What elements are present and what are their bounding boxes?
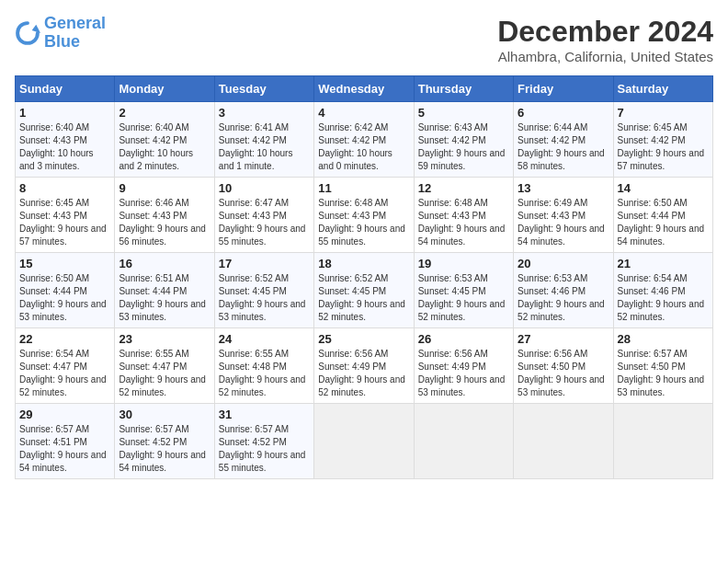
- logo: General Blue: [15, 15, 106, 52]
- day-number: 17: [219, 257, 310, 270]
- day-info: Sunrise: 6:40 AM Sunset: 4:43 PM Dayligh…: [19, 121, 110, 173]
- day-number: 14: [618, 181, 709, 195]
- logo-line2: Blue: [44, 32, 80, 51]
- day-number: 26: [418, 332, 509, 346]
- day-number: 22: [19, 332, 110, 346]
- calendar-day-cell: 6 Sunrise: 6:44 AM Sunset: 4:42 PM Dayli…: [514, 102, 613, 178]
- calendar-day-cell: 14 Sunrise: 6:50 AM Sunset: 4:44 PM Dayl…: [613, 178, 712, 253]
- calendar-day-cell: 17 Sunrise: 6:52 AM Sunset: 4:45 PM Dayl…: [214, 253, 313, 328]
- calendar-day-cell: 5 Sunrise: 6:43 AM Sunset: 4:42 PM Dayli…: [414, 102, 513, 178]
- calendar-day-cell: 18 Sunrise: 6:52 AM Sunset: 4:45 PM Dayl…: [314, 253, 414, 328]
- calendar-day-cell: 16 Sunrise: 6:51 AM Sunset: 4:44 PM Dayl…: [115, 253, 214, 328]
- day-number: 18: [318, 257, 409, 270]
- day-info: Sunrise: 6:48 AM Sunset: 4:43 PM Dayligh…: [418, 197, 509, 248]
- calendar-day-cell: 11 Sunrise: 6:48 AM Sunset: 4:43 PM Dayl…: [314, 178, 414, 253]
- day-info: Sunrise: 6:50 AM Sunset: 4:44 PM Dayligh…: [19, 272, 110, 324]
- day-number: 9: [119, 181, 210, 195]
- calendar-day-cell: 4 Sunrise: 6:42 AM Sunset: 4:42 PM Dayli…: [314, 102, 414, 178]
- calendar-day-cell: 9 Sunrise: 6:46 AM Sunset: 4:43 PM Dayli…: [115, 178, 214, 253]
- logo-text: General Blue: [44, 15, 106, 52]
- day-info: Sunrise: 6:52 AM Sunset: 4:45 PM Dayligh…: [318, 272, 409, 324]
- calendar-day-cell: 23 Sunrise: 6:55 AM Sunset: 4:47 PM Dayl…: [115, 328, 214, 404]
- calendar-day-cell: 12 Sunrise: 6:48 AM Sunset: 4:43 PM Dayl…: [414, 178, 513, 253]
- day-number: 19: [418, 257, 509, 270]
- day-info: Sunrise: 6:41 AM Sunset: 4:42 PM Dayligh…: [219, 121, 310, 173]
- calendar-day-cell: 27 Sunrise: 6:56 AM Sunset: 4:50 PM Dayl…: [514, 328, 613, 404]
- day-number: 13: [518, 181, 609, 195]
- svg-marker-0: [32, 24, 40, 32]
- calendar-day-cell: 30 Sunrise: 6:57 AM Sunset: 4:52 PM Dayl…: [115, 404, 214, 479]
- day-info: Sunrise: 6:54 AM Sunset: 4:46 PM Dayligh…: [618, 272, 709, 324]
- calendar-week-row: 15 Sunrise: 6:50 AM Sunset: 4:44 PM Dayl…: [16, 253, 713, 328]
- day-info: Sunrise: 6:55 AM Sunset: 4:47 PM Dayligh…: [119, 348, 210, 399]
- calendar-day-cell: 21 Sunrise: 6:54 AM Sunset: 4:46 PM Dayl…: [613, 253, 712, 328]
- day-number: 4: [318, 106, 409, 120]
- day-number: 12: [418, 181, 509, 195]
- day-info: Sunrise: 6:45 AM Sunset: 4:43 PM Dayligh…: [19, 197, 110, 248]
- day-number: 24: [219, 332, 310, 346]
- day-info: Sunrise: 6:53 AM Sunset: 4:45 PM Dayligh…: [418, 272, 509, 324]
- calendar-day-cell: 19 Sunrise: 6:53 AM Sunset: 4:45 PM Dayl…: [414, 253, 513, 328]
- calendar-table: SundayMondayTuesdayWednesdayThursdayFrid…: [15, 75, 713, 479]
- day-info: Sunrise: 6:56 AM Sunset: 4:49 PM Dayligh…: [418, 348, 509, 399]
- calendar-day-cell: 15 Sunrise: 6:50 AM Sunset: 4:44 PM Dayl…: [16, 253, 115, 328]
- calendar-day-cell: [414, 404, 513, 479]
- day-number: 30: [119, 408, 210, 421]
- calendar-day-cell: 20 Sunrise: 6:53 AM Sunset: 4:46 PM Dayl…: [514, 253, 613, 328]
- day-info: Sunrise: 6:57 AM Sunset: 4:52 PM Dayligh…: [219, 423, 310, 475]
- day-number: 1: [19, 106, 110, 120]
- day-number: 28: [618, 332, 709, 346]
- calendar-day-cell: 3 Sunrise: 6:41 AM Sunset: 4:42 PM Dayli…: [214, 102, 313, 178]
- calendar-day-cell: 1 Sunrise: 6:40 AM Sunset: 4:43 PM Dayli…: [16, 102, 115, 178]
- day-info: Sunrise: 6:49 AM Sunset: 4:43 PM Dayligh…: [518, 197, 609, 248]
- calendar-day-cell: 13 Sunrise: 6:49 AM Sunset: 4:43 PM Dayl…: [514, 178, 613, 253]
- calendar-week-row: 29 Sunrise: 6:57 AM Sunset: 4:51 PM Dayl…: [16, 404, 713, 479]
- weekday-header: Friday: [514, 76, 613, 102]
- calendar-week-row: 1 Sunrise: 6:40 AM Sunset: 4:43 PM Dayli…: [16, 102, 713, 178]
- logo-icon: [15, 20, 40, 46]
- calendar-day-cell: 2 Sunrise: 6:40 AM Sunset: 4:42 PM Dayli…: [115, 102, 214, 178]
- page-header: General Blue December 2024 Alhambra, Cal…: [15, 15, 713, 64]
- calendar-day-cell: 29 Sunrise: 6:57 AM Sunset: 4:51 PM Dayl…: [16, 404, 115, 479]
- calendar-day-cell: 8 Sunrise: 6:45 AM Sunset: 4:43 PM Dayli…: [16, 178, 115, 253]
- weekday-header: Thursday: [414, 76, 513, 102]
- calendar-day-cell: 25 Sunrise: 6:56 AM Sunset: 4:49 PM Dayl…: [314, 328, 414, 404]
- calendar-day-cell: 24 Sunrise: 6:55 AM Sunset: 4:48 PM Dayl…: [214, 328, 313, 404]
- day-number: 7: [618, 106, 709, 120]
- location: Alhambra, California, United States: [497, 49, 713, 64]
- day-number: 11: [318, 181, 409, 195]
- day-info: Sunrise: 6:51 AM Sunset: 4:44 PM Dayligh…: [119, 272, 210, 324]
- month-title: December 2024: [497, 15, 713, 49]
- day-number: 6: [518, 106, 609, 120]
- day-number: 31: [219, 408, 310, 421]
- day-number: 3: [219, 106, 310, 120]
- day-number: 27: [518, 332, 609, 346]
- day-info: Sunrise: 6:45 AM Sunset: 4:42 PM Dayligh…: [618, 121, 709, 173]
- weekday-header: Tuesday: [214, 76, 313, 102]
- weekday-header-row: SundayMondayTuesdayWednesdayThursdayFrid…: [16, 76, 713, 102]
- day-number: 8: [19, 181, 110, 195]
- day-number: 21: [618, 257, 709, 270]
- weekday-header: Sunday: [16, 76, 115, 102]
- day-info: Sunrise: 6:44 AM Sunset: 4:42 PM Dayligh…: [518, 121, 609, 173]
- day-info: Sunrise: 6:42 AM Sunset: 4:42 PM Dayligh…: [318, 121, 409, 173]
- day-info: Sunrise: 6:50 AM Sunset: 4:44 PM Dayligh…: [618, 197, 709, 248]
- day-info: Sunrise: 6:57 AM Sunset: 4:52 PM Dayligh…: [119, 423, 210, 475]
- calendar-day-cell: 26 Sunrise: 6:56 AM Sunset: 4:49 PM Dayl…: [414, 328, 513, 404]
- weekday-header: Wednesday: [314, 76, 414, 102]
- day-number: 25: [318, 332, 409, 346]
- day-info: Sunrise: 6:46 AM Sunset: 4:43 PM Dayligh…: [119, 197, 210, 248]
- calendar-day-cell: 22 Sunrise: 6:54 AM Sunset: 4:47 PM Dayl…: [16, 328, 115, 404]
- day-info: Sunrise: 6:57 AM Sunset: 4:50 PM Dayligh…: [618, 348, 709, 399]
- day-number: 16: [119, 257, 210, 270]
- day-info: Sunrise: 6:53 AM Sunset: 4:46 PM Dayligh…: [518, 272, 609, 324]
- day-number: 29: [19, 408, 110, 421]
- calendar-day-cell: [514, 404, 613, 479]
- calendar-week-row: 22 Sunrise: 6:54 AM Sunset: 4:47 PM Dayl…: [16, 328, 713, 404]
- day-info: Sunrise: 6:55 AM Sunset: 4:48 PM Dayligh…: [219, 348, 310, 399]
- title-area: December 2024 Alhambra, California, Unit…: [497, 15, 713, 64]
- calendar-day-cell: 28 Sunrise: 6:57 AM Sunset: 4:50 PM Dayl…: [613, 328, 712, 404]
- weekday-header: Saturday: [613, 76, 712, 102]
- calendar-day-cell: 7 Sunrise: 6:45 AM Sunset: 4:42 PM Dayli…: [613, 102, 712, 178]
- day-info: Sunrise: 6:57 AM Sunset: 4:51 PM Dayligh…: [19, 423, 110, 475]
